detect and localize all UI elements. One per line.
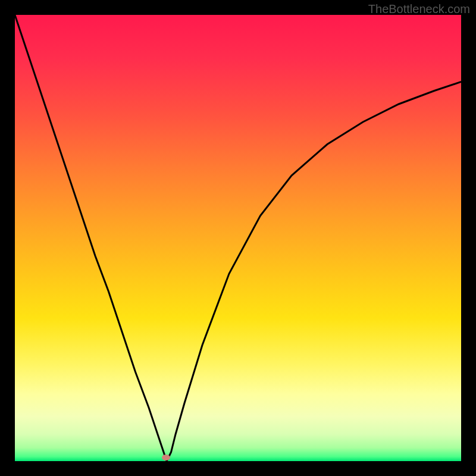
frame-border-bottom — [0, 461, 476, 476]
bottleneck-curve-path — [15, 15, 461, 461]
curve-layer — [15, 15, 461, 461]
plot-area — [15, 15, 461, 461]
watermark-text: TheBottleneck.com — [368, 2, 470, 16]
frame-border-right — [461, 0, 476, 476]
optimal-point-marker — [162, 455, 170, 461]
frame-border-left — [0, 0, 15, 476]
chart-frame: TheBottleneck.com — [0, 0, 476, 476]
